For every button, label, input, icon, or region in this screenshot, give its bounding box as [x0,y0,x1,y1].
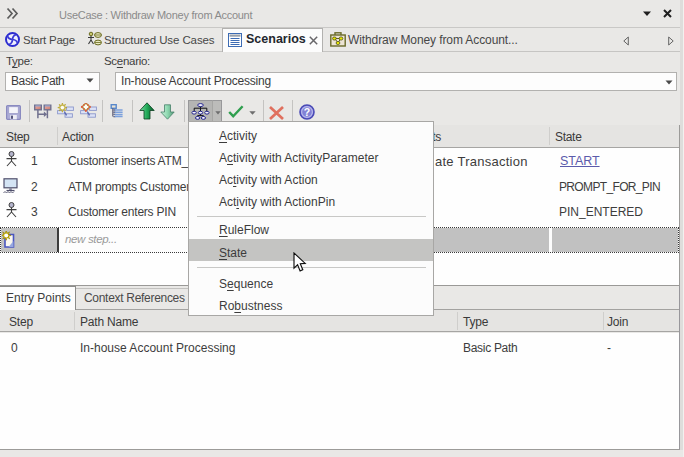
svg-text:?: ? [304,106,310,118]
